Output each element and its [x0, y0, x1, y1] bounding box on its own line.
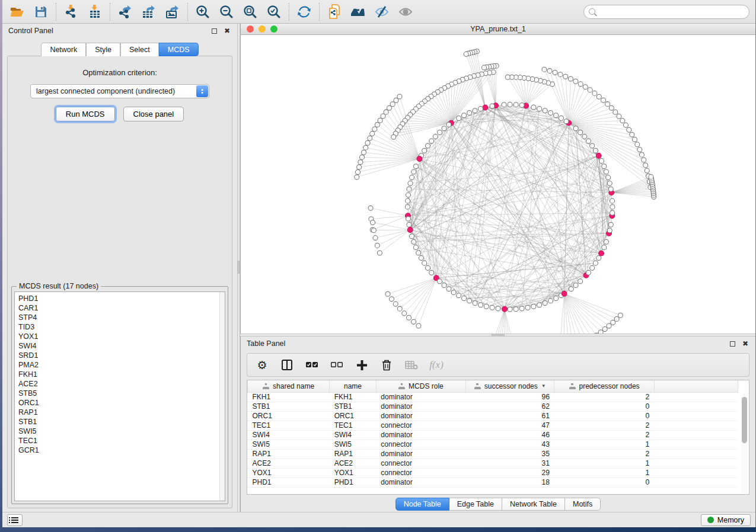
network-node[interactable]: [643, 163, 648, 168]
table-cell[interactable]: 2: [554, 430, 654, 440]
network-node[interactable]: [389, 297, 394, 302]
add-column-icon[interactable]: [355, 358, 368, 371]
table-cell[interactable]: dominator: [376, 430, 465, 440]
network-node[interactable]: [596, 256, 601, 261]
network-node[interactable]: [519, 306, 524, 311]
network-node[interactable]: [375, 243, 379, 248]
network-node[interactable]: [607, 323, 611, 328]
network-node[interactable]: [578, 82, 583, 86]
table-cell[interactable]: 62: [466, 402, 554, 411]
table-cell[interactable]: YOX1: [330, 468, 377, 477]
network-node[interactable]: [406, 198, 410, 203]
table-cell[interactable]: dominator: [376, 477, 465, 487]
table-cell[interactable]: 47: [466, 421, 554, 430]
network-hub-node[interactable]: [599, 251, 604, 256]
mcds-result-item[interactable]: FKH1: [18, 370, 221, 379]
network-canvas[interactable]: [241, 35, 755, 334]
network-node[interactable]: [467, 110, 472, 115]
network-node[interactable]: [599, 159, 604, 164]
table-cell[interactable]: ORC1: [330, 411, 377, 421]
network-node[interactable]: [568, 76, 573, 81]
network-node[interactable]: [371, 228, 376, 233]
network-node[interactable]: [479, 107, 483, 111]
network-node[interactable]: [442, 126, 446, 131]
network-node[interactable]: [602, 245, 607, 250]
network-node[interactable]: [525, 305, 530, 310]
result-list-scrollbar[interactable]: [219, 292, 225, 501]
mcds-result-item[interactable]: SWI5: [18, 427, 221, 436]
network-node[interactable]: [372, 127, 377, 132]
network-node[interactable]: [407, 187, 412, 191]
network-node[interactable]: [479, 303, 483, 307]
export-image-icon[interactable]: [165, 4, 180, 20]
network-node[interactable]: [502, 102, 506, 107]
zoom-out-icon[interactable]: [219, 4, 234, 20]
import-network-icon[interactable]: [63, 4, 79, 20]
table-cell[interactable]: dominator: [376, 411, 465, 421]
import-table-icon[interactable]: [87, 4, 103, 20]
table-scrollbar[interactable]: [741, 393, 748, 493]
table-cell[interactable]: 1: [554, 468, 654, 477]
table-cell[interactable]: 35: [466, 449, 554, 459]
table-row[interactable]: PHD1PHD1dominator180: [248, 477, 738, 487]
table-cell[interactable]: ACE2: [330, 459, 377, 468]
table-cell[interactable]: dominator: [376, 449, 465, 459]
network-node[interactable]: [578, 130, 583, 134]
network-node[interactable]: [601, 98, 606, 102]
network-node[interactable]: [412, 239, 416, 244]
network-hub-node[interactable]: [407, 227, 413, 233]
first-neighbors-icon[interactable]: [350, 4, 366, 20]
table-cell[interactable]: PHD1: [330, 477, 377, 487]
network-node[interactable]: [437, 279, 442, 284]
tab-mcds[interactable]: MCDS: [159, 43, 199, 56]
network-node[interactable]: [387, 105, 391, 110]
network-node[interactable]: [632, 137, 637, 142]
network-node[interactable]: [390, 102, 395, 107]
node-table[interactable]: shared namenameMCDS rolesuccessor nodes▼…: [247, 380, 749, 495]
table-row[interactable]: STB1STB1dominator620: [248, 402, 738, 411]
memory-button[interactable]: Memory: [701, 514, 751, 526]
network-node[interactable]: [397, 306, 402, 311]
table-cell[interactable]: 2: [554, 392, 654, 402]
mcds-result-item[interactable]: ACE2: [18, 379, 221, 389]
table-row[interactable]: RAP1RAP1dominator352: [248, 449, 738, 459]
network-node[interactable]: [361, 150, 366, 155]
table-cell[interactable]: 43: [466, 440, 554, 449]
tab-edge-table[interactable]: Edge Table: [449, 498, 502, 511]
network-node[interactable]: [637, 147, 642, 152]
network-node[interactable]: [416, 323, 421, 328]
deselect-all-rows-icon[interactable]: [330, 358, 343, 371]
table-cell[interactable]: STB1: [330, 402, 377, 411]
horizontal-splitter[interactable]: [240, 334, 755, 336]
table-cell[interactable]: 31: [466, 459, 554, 468]
table-options-gear-icon[interactable]: ⚙: [256, 358, 269, 371]
table-cell[interactable]: dominator: [376, 402, 465, 411]
network-hub-node[interactable]: [417, 156, 422, 162]
network-node[interactable]: [537, 303, 542, 307]
network-node[interactable]: [467, 299, 472, 303]
network-node[interactable]: [605, 102, 610, 107]
network-node[interactable]: [397, 94, 402, 99]
network-node[interactable]: [649, 175, 653, 180]
network-node[interactable]: [425, 143, 430, 148]
splitter-grip[interactable]: [238, 261, 240, 274]
export-table-icon[interactable]: [141, 4, 157, 20]
network-hub-node[interactable]: [596, 153, 601, 158]
close-panel-icon[interactable]: ✖: [223, 27, 231, 35]
splitter-grip[interactable]: [492, 334, 505, 336]
zoom-selected-icon[interactable]: [266, 4, 282, 20]
mcds-result-item[interactable]: YOX1: [18, 332, 221, 341]
network-node[interactable]: [482, 65, 487, 70]
network-node[interactable]: [429, 139, 434, 143]
table-cell[interactable]: RAP1: [248, 449, 330, 459]
open-file-icon[interactable]: [9, 4, 25, 20]
network-node[interactable]: [490, 305, 495, 310]
network-node[interactable]: [630, 132, 634, 137]
table-cell[interactable]: 96: [466, 392, 554, 402]
network-node[interactable]: [451, 290, 456, 295]
network-node[interactable]: [593, 261, 598, 265]
delete-table-icon[interactable]: [405, 358, 418, 371]
network-node[interactable]: [611, 320, 615, 325]
network-node[interactable]: [413, 245, 418, 250]
table-cell[interactable]: YOX1: [248, 468, 330, 477]
